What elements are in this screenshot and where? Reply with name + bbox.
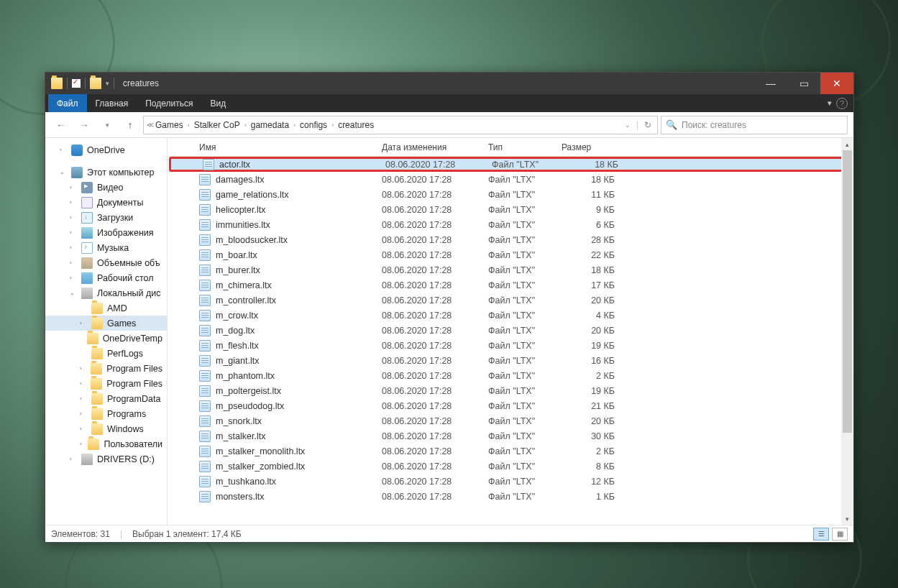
tab-view[interactable]: Вид bbox=[201, 94, 234, 112]
file-row[interactable]: helicopter.ltx08.06.2020 17:28Файл "LTX"… bbox=[168, 202, 853, 217]
close-button[interactable]: ✕ bbox=[820, 73, 853, 94]
file-row[interactable]: damages.ltx08.06.2020 17:28Файл "LTX"18 … bbox=[168, 172, 853, 187]
file-row[interactable]: game_relations.ltx08.06.2020 17:28Файл "… bbox=[168, 187, 853, 202]
status-selection: Выбран 1 элемент: 17,4 КБ bbox=[132, 529, 242, 539]
scroll-down-icon[interactable]: ▾ bbox=[841, 513, 853, 525]
folder-icon bbox=[91, 363, 102, 375]
scroll-thumb[interactable] bbox=[843, 150, 852, 433]
breadcrumb-root-icon[interactable]: ≪ bbox=[147, 121, 154, 129]
file-row[interactable]: m_phantom.ltx08.06.2020 17:28Файл "LTX"2… bbox=[168, 368, 853, 383]
file-row[interactable]: m_chimera.ltx08.06.2020 17:28Файл "LTX"1… bbox=[168, 277, 853, 293]
file-name: m_crow.ltx bbox=[216, 311, 382, 321]
file-size: 9 КБ bbox=[562, 205, 615, 215]
qat-newfolder-icon[interactable] bbox=[90, 78, 101, 89]
sidebar-item-users[interactable]: ›Пользователи bbox=[45, 436, 167, 451]
sidebar-item-drivers-d[interactable]: ›DRIVERS (D:) bbox=[45, 451, 167, 467]
sidebar-item-thispc[interactable]: ⌄ Этот компьютер bbox=[45, 165, 167, 180]
file-size: 20 КБ bbox=[562, 416, 615, 426]
sidebar-label: Локальный дис bbox=[97, 288, 161, 298]
document-icon bbox=[81, 197, 93, 208]
sidebar-item-music[interactable]: ›Музыка bbox=[45, 240, 167, 255]
file-row[interactable]: m_stalker_monolith.ltx08.06.2020 17:28Фа… bbox=[168, 444, 853, 459]
nav-up-button[interactable]: ↑ bbox=[120, 115, 140, 135]
file-row[interactable]: m_controller.ltx08.06.2020 17:28Файл "LT… bbox=[168, 293, 853, 308]
nav-back-button[interactable]: ← bbox=[51, 115, 71, 135]
file-row[interactable]: m_stalker_zombied.ltx08.06.2020 17:28Фай… bbox=[168, 459, 853, 474]
file-row[interactable]: m_stalker.ltx08.06.2020 17:28Файл "LTX"3… bbox=[168, 428, 853, 444]
tab-file[interactable]: Файл bbox=[48, 94, 87, 112]
sidebar-item-windows[interactable]: ›Windows bbox=[45, 421, 167, 436]
file-row[interactable]: m_flesh.ltx08.06.2020 17:28Файл "LTX"19 … bbox=[168, 338, 853, 353]
tab-home[interactable]: Главная bbox=[87, 94, 137, 112]
file-size: 30 КБ bbox=[562, 431, 615, 441]
view-large-button[interactable]: ▦ bbox=[832, 528, 848, 541]
qat-properties-icon[interactable] bbox=[72, 79, 81, 88]
qat-dropdown-icon[interactable]: ▾ bbox=[106, 80, 109, 87]
titlebar[interactable]: ▾ creatures — ▭ ✕ bbox=[45, 73, 853, 94]
column-size[interactable]: Размер bbox=[562, 142, 625, 152]
help-icon[interactable]: ? bbox=[836, 98, 848, 109]
folder-icon bbox=[91, 408, 103, 420]
sidebar-item-videos[interactable]: ›Видео bbox=[45, 180, 167, 195]
file-row[interactable]: m_bloodsucker.ltx08.06.2020 17:28Файл "L… bbox=[168, 232, 853, 247]
sidebar-item-3d[interactable]: ›Объемные объ bbox=[45, 255, 167, 270]
file-row[interactable]: m_tushkano.ltx08.06.2020 17:28Файл "LTX"… bbox=[168, 474, 853, 489]
nav-forward-button[interactable]: → bbox=[74, 115, 94, 135]
breadcrumb-item[interactable]: creatures bbox=[338, 120, 374, 130]
breadcrumb-dropdown-icon[interactable]: ⌄ bbox=[625, 121, 631, 129]
scroll-up-icon[interactable]: ▴ bbox=[841, 138, 853, 150]
sidebar-item-amd[interactable]: AMD bbox=[45, 300, 167, 316]
file-row[interactable]: immunities.ltx08.06.2020 17:28Файл "LTX"… bbox=[168, 217, 853, 232]
file-row[interactable]: m_poltergeist.ltx08.06.2020 17:28Файл "L… bbox=[168, 383, 853, 398]
sidebar-item-games[interactable]: ›Games bbox=[45, 316, 167, 331]
file-size: 18 КБ bbox=[565, 160, 618, 170]
ribbon-expand-icon[interactable]: ▾ bbox=[828, 98, 832, 108]
sidebar-item-onedrive[interactable]: › OneDrive bbox=[45, 142, 167, 157]
sidebar-item-programdata[interactable]: ›ProgramData bbox=[45, 391, 167, 406]
file-icon bbox=[199, 295, 211, 306]
column-type[interactable]: Тип bbox=[488, 142, 562, 152]
file-date: 08.06.2020 17:28 bbox=[382, 492, 488, 502]
sidebar-item-perflogs[interactable]: PerfLogs bbox=[45, 346, 167, 361]
file-row[interactable]: monsters.ltx08.06.2020 17:28Файл "LTX"1 … bbox=[168, 489, 853, 504]
refresh-button[interactable]: ↻ bbox=[644, 120, 651, 130]
view-details-button[interactable]: ☰ bbox=[813, 528, 829, 541]
breadcrumb-item[interactable]: configs bbox=[300, 120, 327, 130]
sidebar-label: Объемные объ bbox=[97, 258, 160, 268]
file-row[interactable]: m_crow.ltx08.06.2020 17:28Файл "LTX"4 КБ bbox=[168, 308, 853, 323]
sidebar-item-programfilesx[interactable]: ›Program Files bbox=[45, 376, 167, 391]
file-row[interactable]: m_boar.ltx08.06.2020 17:28Файл "LTX"22 К… bbox=[168, 247, 853, 262]
file-row[interactable]: m_burer.ltx08.06.2020 17:28Файл "LTX"18 … bbox=[168, 262, 853, 277]
maximize-button[interactable]: ▭ bbox=[787, 73, 820, 94]
file-name: game_relations.ltx bbox=[216, 190, 382, 200]
file-row[interactable]: m_giant.ltx08.06.2020 17:28Файл "LTX"16 … bbox=[168, 353, 853, 368]
sidebar-item-programs[interactable]: ›Programs bbox=[45, 406, 167, 421]
breadcrumb-item[interactable]: gamedata bbox=[251, 120, 289, 130]
vertical-scrollbar[interactable]: ▴ ▾ bbox=[841, 138, 853, 525]
search-input[interactable]: 🔍 Поиск: creatures bbox=[661, 116, 848, 134]
breadcrumb[interactable]: ≪ Games › Stalker CoP › gamedata › confi… bbox=[143, 116, 658, 134]
file-type: Файл "LTX" bbox=[488, 205, 562, 215]
sidebar-item-downloads[interactable]: ›Загрузки bbox=[45, 210, 167, 225]
file-row[interactable]: m_dog.ltx08.06.2020 17:28Файл "LTX"20 КБ bbox=[168, 323, 853, 338]
tab-share[interactable]: Поделиться bbox=[137, 94, 201, 112]
sidebar-item-desktop[interactable]: ›Рабочий стол bbox=[45, 270, 167, 285]
sidebar-item-documents[interactable]: ›Документы bbox=[45, 195, 167, 210]
file-size: 28 КБ bbox=[562, 235, 615, 245]
sidebar-item-images[interactable]: ›Изображения bbox=[45, 225, 167, 240]
column-date[interactable]: Дата изменения bbox=[382, 142, 488, 152]
sidebar-item-onedrivetemp[interactable]: OneDriveTemp bbox=[45, 331, 167, 346]
file-row[interactable]: m_snork.ltx08.06.2020 17:28Файл "LTX"20 … bbox=[168, 413, 853, 428]
file-row[interactable]: m_pseudodog.ltx08.06.2020 17:28Файл "LTX… bbox=[168, 398, 853, 413]
file-row[interactable]: actor.ltx08.06.2020 17:28Файл "LTX"18 КБ bbox=[169, 157, 852, 172]
file-name: m_poltergeist.ltx bbox=[216, 386, 382, 396]
minimize-button[interactable]: — bbox=[754, 73, 787, 94]
file-name: m_bloodsucker.ltx bbox=[216, 235, 382, 245]
breadcrumb-item[interactable]: Games bbox=[155, 120, 183, 130]
chevron-right-icon: › bbox=[244, 121, 247, 129]
breadcrumb-item[interactable]: Stalker CoP bbox=[194, 120, 240, 130]
column-name[interactable]: Имя bbox=[199, 142, 382, 152]
sidebar-item-programfiles[interactable]: ›Program Files bbox=[45, 361, 167, 376]
sidebar-item-localdisk[interactable]: ⌄Локальный дис bbox=[45, 285, 167, 300]
nav-recent-dropdown[interactable]: ▾ bbox=[97, 115, 117, 135]
